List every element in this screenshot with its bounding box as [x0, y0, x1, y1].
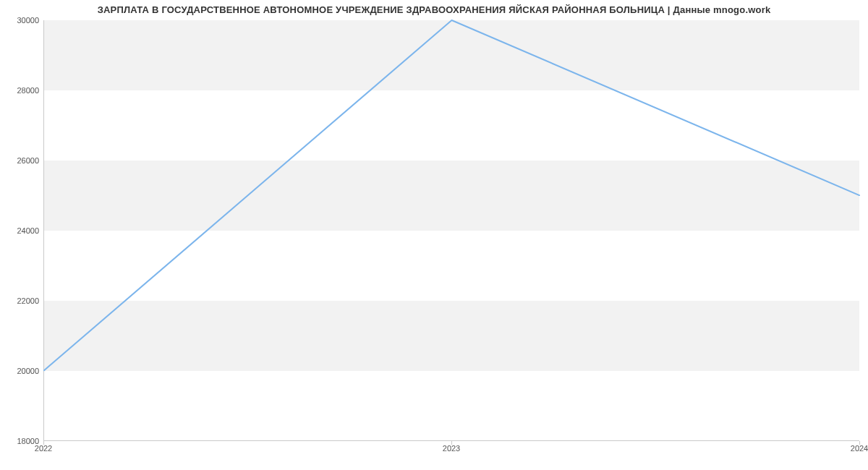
- salary-line-chart: ЗАРПЛАТА В ГОСУДАРСТВЕННОЕ АВТОНОМНОЕ УЧ…: [0, 0, 868, 470]
- data-line: [44, 20, 859, 440]
- y-tick-label: 30000: [3, 16, 39, 25]
- y-tick-label: 24000: [3, 226, 39, 235]
- y-tick-label: 26000: [3, 156, 39, 165]
- x-tick-label: 2023: [443, 444, 460, 453]
- x-tick-label: 2024: [851, 444, 868, 453]
- y-tick-label: 18000: [3, 437, 39, 445]
- x-tick-label: 2022: [35, 444, 52, 453]
- y-tick-label: 28000: [3, 86, 39, 95]
- plot-area: [43, 20, 859, 441]
- y-tick-label: 22000: [3, 296, 39, 305]
- y-tick-label: 20000: [3, 367, 39, 375]
- chart-title: ЗАРПЛАТА В ГОСУДАРСТВЕННОЕ АВТОНОМНОЕ УЧ…: [0, 4, 868, 15]
